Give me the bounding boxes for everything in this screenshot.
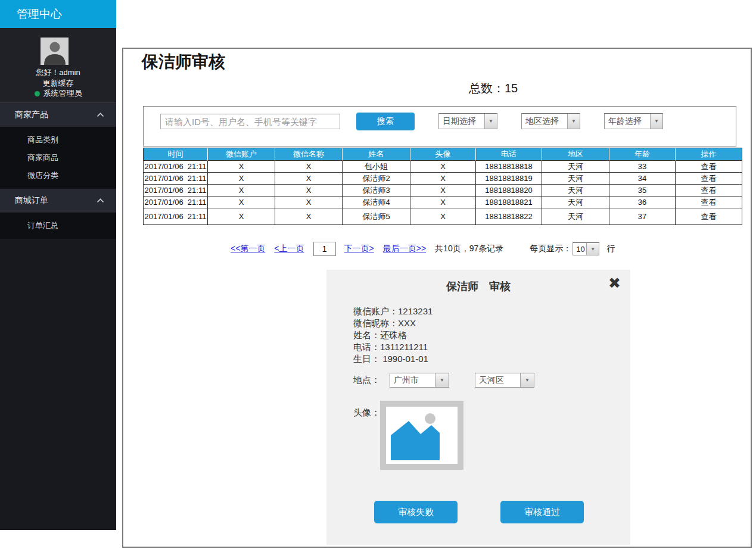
table-cell: 36 xyxy=(609,196,675,208)
page: 管理中心 您好！admin 更新缓存 系统管理员 商家产品商品类别商家商品微店分… xyxy=(0,0,756,549)
approve-button[interactable]: 审核通过 xyxy=(500,501,584,523)
rows-unit-label: 行 xyxy=(606,244,615,254)
page-number-input[interactable] xyxy=(313,242,336,256)
table-cell: 保洁师2 xyxy=(342,173,410,185)
dropdown-arrow-icon: ▼ xyxy=(586,243,599,255)
last-page-link[interactable]: 最后一页>> xyxy=(383,244,426,254)
date-filter-select[interactable]: 日期选择▼ xyxy=(438,113,497,129)
table-cell: 天河 xyxy=(542,161,609,173)
column-header: 头像 xyxy=(410,148,475,161)
table-cell: 查看 xyxy=(675,208,742,224)
table-cell: X xyxy=(275,173,342,185)
view-link[interactable]: 查看 xyxy=(701,198,717,207)
dropdown-arrow-icon: ▼ xyxy=(567,114,580,129)
app-header: 管理中心 xyxy=(0,0,116,28)
reject-button[interactable]: 审核失败 xyxy=(374,501,458,523)
table-cell: X xyxy=(410,196,475,208)
modal-title: 保洁师 审核 xyxy=(326,270,630,294)
table-cell: 35 xyxy=(609,185,675,196)
city-select[interactable]: 广州市 ▼ xyxy=(390,373,449,388)
view-link[interactable]: 查看 xyxy=(701,174,717,183)
sidebar-item[interactable]: 订单汇总 xyxy=(0,217,116,235)
sidebar-item[interactable]: 商家商品 xyxy=(0,149,116,167)
modal-field: 生日： 1990-01-01 xyxy=(353,353,433,365)
dropdown-arrow-icon: ▼ xyxy=(650,114,662,129)
chevron-up-icon xyxy=(97,113,104,117)
header-row: 时间微信账户微信名称姓名头像电话地区年龄操作 xyxy=(144,148,742,161)
table-cell: 包小姐 xyxy=(342,161,410,173)
district-select[interactable]: 天河区 ▼ xyxy=(475,373,534,388)
table-row: 2017/01/06 21:11XX保洁师2X18818818819天河34查看 xyxy=(144,173,742,185)
sidebar-item[interactable]: 微店分类 xyxy=(0,167,116,185)
user-role: 系统管理员 xyxy=(43,88,82,99)
per-page-value: 10 xyxy=(573,243,586,255)
region-filter-select[interactable]: 地区选择▼ xyxy=(521,113,580,129)
prev-page-link[interactable]: <上一页 xyxy=(274,244,304,254)
refresh-cache-link[interactable]: 更新缓存 xyxy=(0,78,116,89)
sidebar-nav: 商家产品商品类别商家商品微店分类商城订单订单汇总 xyxy=(0,103,116,239)
user-role-row: 系统管理员 xyxy=(0,88,116,99)
modal-field: 姓名：还珠格 xyxy=(353,329,433,341)
modal-field: 微信账户：1213231 xyxy=(353,305,433,317)
table-cell: 33 xyxy=(609,161,675,173)
records-table: 时间微信账户微信名称姓名头像电话地区年龄操作 2017/01/06 21:11X… xyxy=(143,148,742,225)
sidebar-menu-header[interactable]: 商城订单 xyxy=(0,189,116,213)
table-cell: 天河 xyxy=(542,173,609,185)
online-status-icon xyxy=(35,91,40,96)
pagination-summary: 共10页，97条记录 xyxy=(435,244,503,254)
column-header: 微信账户 xyxy=(207,148,275,161)
column-header: 微信名称 xyxy=(275,148,342,161)
keyword-input[interactable] xyxy=(160,114,340,129)
table-cell: X xyxy=(410,185,475,196)
table-cell: 2017/01/06 21:11 xyxy=(144,196,207,208)
per-page-label: 每页显示： xyxy=(530,244,571,254)
table-cell: X xyxy=(207,161,275,173)
table-cell: 查看 xyxy=(675,185,742,196)
first-page-link[interactable]: <<第一页 xyxy=(231,244,265,254)
table-cell: X xyxy=(410,161,475,173)
modal-field: 微信昵称：XXX xyxy=(353,317,433,329)
column-header: 年龄 xyxy=(609,148,675,161)
dropdown-arrow-icon: ▼ xyxy=(435,373,449,387)
table-row: 2017/01/06 21:11XX包小姐X18818818818天河33查看 xyxy=(144,161,742,173)
table-cell: 18818818818 xyxy=(475,161,542,173)
view-link[interactable]: 查看 xyxy=(701,162,717,171)
table-cell: 34 xyxy=(609,173,675,185)
filter-selects: 日期选择▼地区选择▼年龄选择▼ xyxy=(438,113,663,129)
close-icon[interactable]: ✖ xyxy=(608,274,621,292)
view-link[interactable]: 查看 xyxy=(701,186,717,195)
table-head: 时间微信账户微信名称姓名头像电话地区年龄操作 xyxy=(144,148,742,161)
table-row: 2017/01/06 21:11XX保洁师3X18818818820天河35查看 xyxy=(144,185,742,196)
table-cell: X xyxy=(207,208,275,224)
column-header: 地区 xyxy=(542,148,609,161)
column-header: 电话 xyxy=(475,148,542,161)
submenu: 订单汇总 xyxy=(0,213,116,239)
table-cell: 天河 xyxy=(542,196,609,208)
filter-value: 年龄选择 xyxy=(605,114,650,129)
per-page-select[interactable]: 10 ▼ xyxy=(573,242,599,255)
menu-label: 商家产品 xyxy=(15,110,48,120)
pagination: <<第一页 <上一页 下一页> 最后一页>> 共10页，97条记录 每页显示： … xyxy=(231,242,615,256)
sidebar-item[interactable]: 商品类别 xyxy=(0,131,116,149)
table-cell: 18818818821 xyxy=(475,196,542,208)
sidebar-menu-header[interactable]: 商家产品 xyxy=(0,103,116,127)
column-header: 时间 xyxy=(144,148,207,161)
city-value: 广州市 xyxy=(390,373,435,387)
search-button[interactable]: 搜索 xyxy=(356,113,415,130)
view-link[interactable]: 查看 xyxy=(701,212,717,221)
table-cell: 查看 xyxy=(675,173,742,185)
next-page-link[interactable]: 下一页> xyxy=(344,244,374,254)
app-title: 管理中心 xyxy=(17,0,116,28)
total-count: 总数：15 xyxy=(469,80,518,96)
table-cell: X xyxy=(410,173,475,185)
table-cell: 37 xyxy=(609,208,675,224)
table-cell: 查看 xyxy=(675,196,742,208)
photo-placeholder-icon xyxy=(386,407,458,464)
table-cell: X xyxy=(410,208,475,224)
age-filter-select[interactable]: 年龄选择▼ xyxy=(604,113,663,129)
page-title: 保洁师审核 xyxy=(142,51,225,73)
search-toolbar: 搜索 日期选择▼地区选择▼年龄选择▼ xyxy=(143,106,736,146)
user-avatar xyxy=(41,38,69,65)
table-cell: 保洁师5 xyxy=(342,208,410,224)
table-cell: X xyxy=(207,173,275,185)
